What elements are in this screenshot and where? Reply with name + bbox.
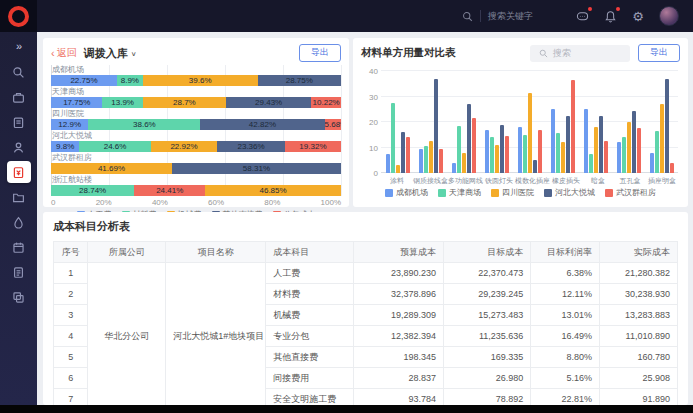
bar [505, 136, 509, 173]
legend-item[interactable]: 天津商场 [438, 188, 481, 198]
sidebar-item-file[interactable] [7, 261, 31, 283]
column-header: 成本科目 [266, 242, 353, 263]
bar [655, 131, 659, 173]
bar [429, 141, 433, 173]
stacked-bar: 28.74%24.41%46.85% [51, 185, 341, 196]
bar [599, 116, 603, 173]
drop-icon [12, 216, 25, 229]
avatar[interactable] [659, 6, 679, 26]
cell-no: 5 [54, 347, 88, 368]
legend-item[interactable]: 成都机场 [385, 188, 428, 198]
axis-tick-label: 100% [321, 198, 341, 207]
sidebar-item-layers[interactable] [7, 286, 31, 308]
app-logo[interactable] [0, 0, 37, 32]
topbar-icons: ⚙ [575, 6, 679, 26]
sidebar-item-briefcase[interactable] [7, 86, 31, 108]
legend-swatch [544, 189, 552, 197]
main-content: ‹ 返回 调拨入库 ∨ 导出 成都机场22.75%8.9%39.6%28.75%… [37, 32, 693, 405]
legend-label: 天津商场 [449, 188, 481, 198]
bar [457, 126, 461, 173]
chat-icon [576, 10, 589, 23]
bar [406, 137, 410, 173]
legend-swatch [438, 189, 446, 197]
axis-tick-label: 60% [208, 198, 224, 207]
axis-category-label: 插座明盒 [646, 176, 678, 185]
gear-icon: ⚙ [632, 10, 644, 23]
axis-tick-label: 80% [264, 198, 280, 207]
bar-category-label: 武汉群租房 [52, 153, 341, 162]
sidebar-item-drop[interactable] [7, 211, 31, 233]
sidebar-collapse-button[interactable]: » [7, 37, 31, 55]
bar-group [513, 71, 546, 173]
double-chevron-right-icon: » [16, 40, 21, 52]
legend-item[interactable]: 四川医院 [491, 188, 534, 198]
transfer-title-dropdown[interactable]: 调拨入库 ∨ [84, 46, 137, 61]
axis-category-label: 模数化插座 [515, 176, 550, 185]
bar [637, 128, 641, 173]
cell-budget: 12,382.394 [353, 326, 443, 347]
bar [462, 153, 466, 173]
bar [650, 153, 654, 173]
cell-budget: 32,378.896 [353, 284, 443, 305]
export-button[interactable]: 导出 [299, 44, 341, 61]
sidebar-item-folder[interactable] [7, 186, 31, 208]
material-search-input[interactable]: 搜索 [530, 45, 630, 62]
bar-segment: 19.32% [285, 141, 341, 152]
chart-row: 天津商场17.75%13.9%28.7%29.43%10.22% [51, 87, 341, 108]
bar [434, 79, 438, 173]
sidebar-item-clipboard[interactable] [7, 111, 31, 133]
notifications-button[interactable] [603, 9, 617, 23]
axis-tick-label: 20% [96, 198, 112, 207]
bar-segment: 9.8% [51, 141, 79, 152]
cell-rate: 8.80% [531, 347, 600, 368]
bar-segment: 22.75% [51, 75, 117, 86]
cell-no: 1 [54, 263, 88, 284]
chevron-down-icon: ∨ [131, 49, 137, 56]
bar-segment: 24.41% [134, 185, 205, 196]
cell-rate: 22.81% [531, 389, 600, 406]
legend-label: 四川医院 [502, 188, 534, 198]
logo-ring-icon [8, 6, 29, 27]
legend-label: 成都机场 [396, 188, 428, 198]
cell-subject: 安全文明施工费 [266, 389, 353, 406]
cell-subject: 机械费 [266, 305, 353, 326]
cell-actual: 25.908 [599, 368, 677, 389]
cell-subject: 人工费 [266, 263, 353, 284]
bell-icon [604, 10, 617, 23]
bar-segment: 28.74% [51, 185, 134, 196]
transfer-panel: ‹ 返回 调拨入库 ∨ 导出 成都机场22.75%8.9%39.6%28.75%… [43, 38, 349, 207]
settings-button[interactable]: ⚙ [631, 9, 645, 23]
cell-actual: 13,283.883 [599, 305, 677, 326]
bar [604, 141, 608, 173]
stacked-bar: 41.69%58.31% [51, 163, 341, 174]
cell-subject: 专业分包 [266, 326, 353, 347]
cell-rate: 12.11% [531, 284, 600, 305]
sidebar-item-cost-active[interactable] [7, 161, 31, 183]
sidebar-item-user[interactable] [7, 136, 31, 158]
bar [594, 127, 598, 173]
cell-target: 169.335 [443, 347, 530, 368]
axis-tick-label: 40% [152, 198, 168, 207]
column-header: 实际成本 [599, 242, 677, 263]
bar [472, 118, 476, 173]
bar-segment: 22.92% [151, 141, 217, 152]
global-search[interactable]: 搜索关键字 [462, 10, 533, 23]
chart-row: 成都机场22.75%8.9%39.6%28.75% [51, 65, 341, 86]
cell-target: 29,239.245 [443, 284, 530, 305]
messages-button[interactable] [575, 9, 589, 23]
cost-table-panel: 成本科目分析表 序号所属公司项目名称成本科目预算成本目标成本目标利润率实际成本 … [43, 212, 688, 405]
back-link[interactable]: ‹ 返回 [51, 46, 77, 60]
search-icon [12, 66, 25, 79]
legend-item[interactable]: 武汉群租房 [605, 188, 656, 198]
column-header: 序号 [54, 242, 88, 263]
axis-tick-label: 0 [363, 169, 378, 178]
cell-project: 河北大悦城1#地块项目 [166, 263, 266, 406]
legend-item[interactable]: 河北大悦城 [544, 188, 595, 198]
bar [523, 135, 527, 173]
sidebar-item-search[interactable] [7, 61, 31, 83]
material-panel-header: 材料单方用量对比表 搜索 导出 [361, 43, 680, 63]
export-button[interactable]: 导出 [638, 44, 680, 61]
bar-segment: 28.75% [258, 75, 341, 86]
bar [518, 127, 522, 173]
sidebar-item-calendar[interactable] [7, 236, 31, 258]
